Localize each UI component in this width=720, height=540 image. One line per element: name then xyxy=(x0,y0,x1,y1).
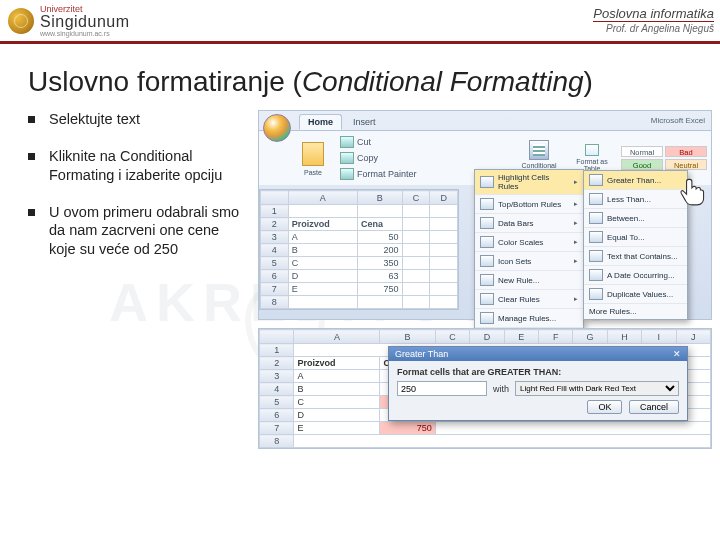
course-name: Poslovna informatika xyxy=(593,6,714,22)
slide-header: Univerzitet Singidunum www.singidunum.ac… xyxy=(0,0,720,44)
duplicate-icon xyxy=(589,288,603,300)
conditional-formatting-menu[interactable]: Highlight Cells Rules▸ Top/Bottom Rules▸… xyxy=(474,169,584,329)
format-as-table-button[interactable]: Format as Table xyxy=(573,144,611,172)
cut-button[interactable]: Cut xyxy=(337,135,420,149)
tab-insert[interactable]: Insert xyxy=(344,114,385,130)
menu-clear-rules[interactable]: Clear Rules▸ xyxy=(475,290,583,309)
bullet-item: U ovom primeru odabrali smo da nam zacrv… xyxy=(28,203,248,260)
logo: Univerzitet Singidunum www.singidunum.ac… xyxy=(8,5,130,37)
dialog-title: Greater Than xyxy=(395,349,448,359)
excel-screenshot-2: ABCDEFGHIJ 1 2ProizvodCena 3A50 4B200 5C… xyxy=(258,328,712,458)
submenu-more-rules[interactable]: More Rules... xyxy=(584,304,687,319)
threshold-input[interactable] xyxy=(397,381,487,396)
scissors-icon xyxy=(340,136,354,148)
clearrules-icon xyxy=(480,293,494,305)
style-normal[interactable]: Normal xyxy=(621,146,663,157)
copy-button[interactable]: Copy xyxy=(337,151,420,165)
cancel-button[interactable]: Cancel xyxy=(629,400,679,414)
brush-icon xyxy=(340,168,354,180)
date-icon xyxy=(589,269,603,281)
menu-new-rule[interactable]: New Rule... xyxy=(475,271,583,290)
greater-icon xyxy=(589,174,603,186)
cell-styles-gallery[interactable]: Normal Bad Good Neutral xyxy=(621,146,707,170)
tab-home[interactable]: Home xyxy=(299,114,342,130)
colorscales-icon xyxy=(480,236,494,248)
submenu-less-than[interactable]: Less Than... xyxy=(584,190,687,209)
submenu-text-contains[interactable]: Text that Contains... xyxy=(584,247,687,266)
submenu-duplicate-values[interactable]: Duplicate Values... xyxy=(584,285,687,304)
dialog-prompt: Format cells that are GREATER THAN: xyxy=(397,367,679,377)
textcontains-icon xyxy=(589,250,603,262)
menu-manage-rules[interactable]: Manage Rules... xyxy=(475,309,583,328)
logo-name: Singidunum xyxy=(40,14,130,30)
submenu-between[interactable]: Between... xyxy=(584,209,687,228)
logo-url: www.singidunum.ac.rs xyxy=(40,30,130,37)
spreadsheet-1: ABCD 1 2ProizvodCena 3A50 4B200 5C350 6D… xyxy=(259,189,459,310)
topbottom-icon xyxy=(480,198,494,210)
format-painter-button[interactable]: Format Painter xyxy=(337,167,420,181)
menu-icon-sets[interactable]: Icon Sets▸ xyxy=(475,252,583,271)
excel-ribbon-screenshot-1: Home Insert Microsoft Excel Paste Cut Co… xyxy=(258,110,712,320)
bullet-item: Kliknite na Conditional Formating i izab… xyxy=(28,147,248,185)
style-neutral[interactable]: Neutral xyxy=(665,159,707,170)
conditional-formatting-icon xyxy=(529,140,549,160)
between-icon xyxy=(589,212,603,224)
logo-icon xyxy=(8,8,34,34)
equal-icon xyxy=(589,231,603,243)
less-icon xyxy=(589,193,603,205)
style-bad[interactable]: Bad xyxy=(665,146,707,157)
databars-icon xyxy=(480,217,494,229)
professor-name: Prof. dr Angelina Njeguš xyxy=(593,21,714,35)
highlight-cells-submenu[interactable]: Greater Than... Less Than... Between... … xyxy=(583,170,688,320)
slide-title: Uslovno formatiranje (Conditional Format… xyxy=(0,44,720,110)
managerules-icon xyxy=(480,312,494,324)
newrule-icon xyxy=(480,274,494,286)
iconsets-icon xyxy=(480,255,494,267)
menu-data-bars[interactable]: Data Bars▸ xyxy=(475,214,583,233)
copy-icon xyxy=(340,152,354,164)
submenu-equal-to[interactable]: Equal To... xyxy=(584,228,687,247)
with-label: with xyxy=(493,384,509,394)
table-icon xyxy=(585,144,599,156)
menu-top-bottom-rules[interactable]: Top/Bottom Rules▸ xyxy=(475,195,583,214)
office-button-icon[interactable] xyxy=(263,114,291,142)
app-title: Microsoft Excel xyxy=(645,114,711,130)
menu-color-scales[interactable]: Color Scales▸ xyxy=(475,233,583,252)
menu-highlight-cells-rules[interactable]: Highlight Cells Rules▸ xyxy=(475,170,583,195)
bullet-list: Selektujte text Kliknite na Conditional … xyxy=(28,110,248,458)
highlight-rules-icon xyxy=(480,176,494,188)
clipboard-group: Paste xyxy=(299,141,327,176)
bullet-item: Selektujte text xyxy=(28,110,248,129)
style-good[interactable]: Good xyxy=(621,159,663,170)
submenu-date-occurring[interactable]: A Date Occurring... xyxy=(584,266,687,285)
submenu-greater-than[interactable]: Greater Than... xyxy=(584,171,687,190)
close-icon[interactable]: ✕ xyxy=(673,349,681,359)
fill-select[interactable]: Light Red Fill with Dark Red Text xyxy=(515,381,679,396)
paste-icon[interactable] xyxy=(302,142,324,166)
greater-than-dialog[interactable]: Greater Than✕ Format cells that are GREA… xyxy=(388,346,688,421)
ok-button[interactable]: OK xyxy=(587,400,622,414)
